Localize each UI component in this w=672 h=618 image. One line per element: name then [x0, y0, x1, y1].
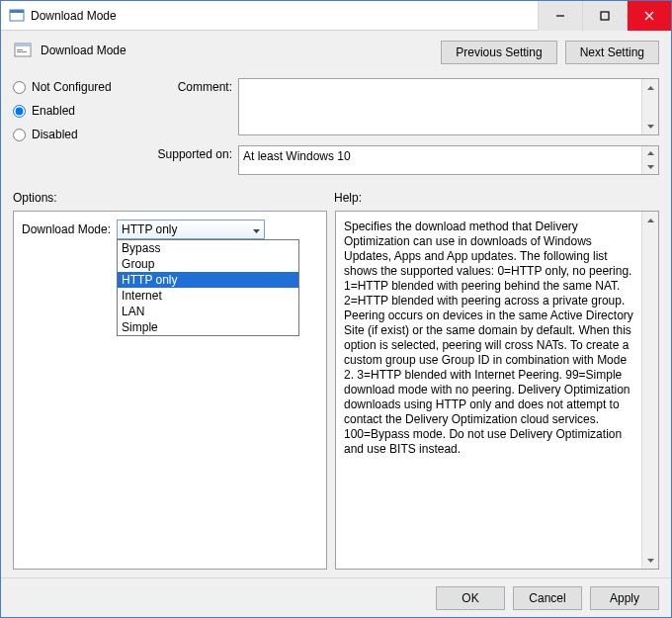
scroll-down-icon[interactable]: [642, 160, 658, 174]
radio-disabled-label: Disabled: [32, 128, 78, 141]
download-mode-dropdown[interactable]: HTTP only Bypass Group HTTP only Interne…: [117, 220, 265, 239]
radio-not-configured[interactable]: Not Configured: [13, 80, 141, 94]
svg-line-5: [645, 12, 653, 20]
policy-editor-window: Download Mode Download Mode Previous Set…: [0, 0, 672, 618]
panel-labels-row: Options: Help:: [13, 191, 659, 205]
supported-on-label: Supported on:: [153, 145, 232, 161]
setting-header: Download Mode Previous Setting Next Sett…: [13, 41, 659, 64]
scroll-up-icon[interactable]: [642, 212, 658, 228]
svg-marker-10: [647, 86, 654, 90]
app-icon: [9, 8, 25, 24]
svg-marker-12: [647, 151, 654, 155]
dropdown-item-bypass[interactable]: Bypass: [118, 240, 298, 256]
download-mode-dropdown-list[interactable]: Bypass Group HTTP only Internet LAN Simp…: [117, 239, 299, 336]
svg-rect-9: [17, 51, 27, 52]
dropdown-item-lan[interactable]: LAN: [118, 304, 298, 319]
svg-rect-1: [10, 10, 24, 13]
scroll-up-icon[interactable]: [642, 146, 658, 160]
close-button[interactable]: [627, 1, 671, 31]
scroll-down-icon[interactable]: [642, 118, 658, 134]
window-title: Download Mode: [31, 9, 538, 23]
scroll-up-icon[interactable]: [642, 79, 658, 96]
svg-rect-7: [15, 44, 31, 46]
titlebar: Download Mode: [1, 1, 671, 31]
dropdown-item-http-only[interactable]: HTTP only: [118, 272, 298, 288]
radio-disabled-input[interactable]: [13, 129, 26, 141]
options-label: Options:: [13, 191, 334, 205]
minimize-button[interactable]: [538, 1, 582, 31]
svg-marker-14: [253, 229, 260, 233]
comment-scrollbar[interactable]: [641, 79, 658, 134]
radio-enabled-label: Enabled: [32, 104, 75, 118]
supported-scrollbar[interactable]: [641, 146, 658, 174]
svg-rect-3: [601, 12, 609, 20]
help-panel: Specifies the download method that Deliv…: [335, 211, 659, 570]
comment-field[interactable]: [238, 78, 659, 135]
svg-marker-15: [647, 219, 654, 222]
panels-row: Download Mode: HTTP only Bypass Group HT…: [13, 211, 659, 570]
next-setting-button[interactable]: Next Setting: [565, 41, 659, 64]
maximize-button[interactable]: [582, 1, 627, 31]
scroll-down-icon[interactable]: [642, 552, 658, 569]
dropdown-item-group[interactable]: Group: [118, 256, 298, 272]
radio-not-configured-label: Not Configured: [32, 80, 112, 94]
svg-rect-8: [17, 49, 23, 50]
radio-not-configured-input[interactable]: [13, 81, 26, 94]
chevron-down-icon: [253, 222, 260, 236]
ok-button[interactable]: OK: [436, 586, 505, 610]
comment-input[interactable]: [239, 79, 641, 134]
setting-title: Download Mode: [41, 44, 126, 57]
window-body: Download Mode Previous Setting Next Sett…: [1, 31, 671, 577]
upper-section: Not Configured Enabled Disabled Comment:: [13, 78, 659, 175]
svg-marker-16: [647, 559, 654, 563]
help-label: Help:: [334, 191, 659, 205]
help-scrollbar[interactable]: [641, 212, 658, 569]
help-text: Specifies the download method that Deliv…: [344, 220, 637, 561]
radio-enabled[interactable]: Enabled: [13, 104, 141, 118]
previous-setting-button[interactable]: Previous Setting: [441, 41, 556, 64]
radio-enabled-input[interactable]: [13, 105, 26, 118]
download-mode-dropdown-label: Download Mode:: [22, 222, 111, 236]
cancel-button[interactable]: Cancel: [513, 586, 582, 610]
svg-line-4: [645, 12, 653, 20]
download-mode-selected[interactable]: HTTP only: [117, 220, 265, 239]
options-panel: Download Mode: HTTP only Bypass Group HT…: [13, 211, 327, 570]
comment-label: Comment:: [153, 78, 232, 94]
dropdown-item-simple[interactable]: Simple: [118, 319, 298, 335]
radio-disabled[interactable]: Disabled: [13, 128, 141, 141]
download-mode-selected-text: HTTP only: [122, 222, 177, 236]
supported-on-value: At least Windows 10: [239, 146, 641, 174]
svg-marker-11: [647, 125, 654, 129]
setting-icon: [13, 41, 33, 60]
svg-marker-13: [647, 165, 654, 169]
dropdown-item-internet[interactable]: Internet: [118, 288, 298, 304]
apply-button[interactable]: Apply: [590, 586, 659, 610]
supported-on-field: At least Windows 10: [238, 145, 659, 175]
dialog-footer: OK Cancel Apply: [1, 577, 671, 617]
state-radio-group: Not Configured Enabled Disabled: [13, 78, 141, 175]
